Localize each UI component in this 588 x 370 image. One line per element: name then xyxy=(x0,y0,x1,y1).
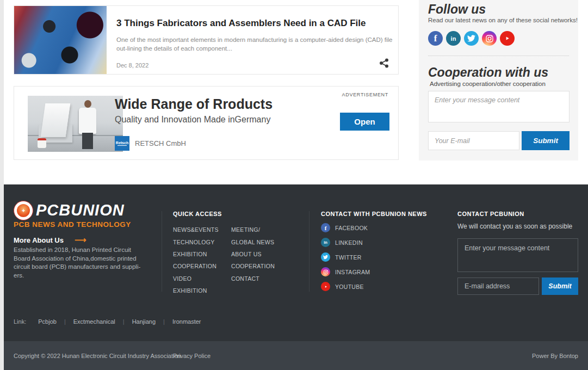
footer-link-video[interactable]: VIDEO xyxy=(173,273,219,285)
footer-twitter-link[interactable]: TWITTER xyxy=(321,250,370,264)
footer-facebook-link[interactable]: f FACEBOOK xyxy=(321,220,370,235)
links-label: Link: xyxy=(14,318,26,325)
footer-link-contact[interactable]: CONTACT xyxy=(231,273,275,285)
partner-links-row: Link: Pcbjob | Exctmechanical | Hanjiang… xyxy=(14,318,201,325)
instagram-icon[interactable] xyxy=(482,31,497,46)
follow-us-subtitle: Read our latest news on any of these soc… xyxy=(428,17,578,23)
contact-pcbunion-section: CONTACT PCBUNION We will contact you as … xyxy=(457,184,578,341)
facebook-icon[interactable]: f xyxy=(428,31,443,46)
advertisement-card: ADVERTISEMENT Wide Range of Rroducts Qua… xyxy=(14,86,399,160)
contact-message-input[interactable] xyxy=(457,238,578,272)
footer: ✦ PCBUNION PCB NEWS AND TECHNOLOGY More … xyxy=(0,184,588,341)
instagram-icon xyxy=(321,267,330,276)
contact-email-input[interactable] xyxy=(457,278,539,295)
footer-link-about-us[interactable]: ABOUT US xyxy=(231,248,275,260)
quick-access-col1: NEWS&EVENTS TECHNOLOGY EXHIBITION COOPER… xyxy=(173,224,219,297)
footer-divider-1 xyxy=(162,211,162,292)
twitter-icon xyxy=(321,252,330,262)
page: 3 Things Fabricators and Assemblers Need… xyxy=(0,0,588,370)
link-separator: | xyxy=(123,318,125,325)
footer-link-news-events[interactable]: NEWS&EVENTS xyxy=(173,224,219,236)
advertisement-label: ADVERTISEMENT xyxy=(342,92,388,97)
link-separator: | xyxy=(163,318,165,325)
article-excerpt: One of the most important elements in mo… xyxy=(116,35,394,53)
footer-instagram-link[interactable]: INSTAGRAM xyxy=(321,264,370,279)
sidebar: Follow us Read our latest news on any of… xyxy=(419,0,578,161)
privacy-police-link[interactable]: Privacy Police xyxy=(173,353,211,359)
advertiser-name: RETSCH CmbH xyxy=(135,139,186,147)
youtube-icon xyxy=(321,282,330,291)
footer-link-global-news[interactable]: GLOBAL NEWS xyxy=(231,236,275,248)
footer-linkedin-link[interactable]: in LINKEDIN xyxy=(321,235,370,250)
footer-divider-2 xyxy=(309,211,310,292)
article-card[interactable]: 3 Things Fabricators and Assemblers Need… xyxy=(14,5,399,75)
footer-link-technology[interactable]: TECHNOLOGY xyxy=(173,236,219,248)
ad-subtitle: Quality and Innovation Made inGermany xyxy=(115,115,270,125)
share-icon[interactable] xyxy=(379,58,389,69)
footer-link-meeting[interactable]: MEETING/ xyxy=(231,224,275,236)
contact-submit-button[interactable]: Submit xyxy=(542,278,578,295)
brand-name: PCBUNION xyxy=(36,201,125,219)
footer-link-exhibition-2[interactable]: EXHIBITION xyxy=(173,285,219,297)
quick-access-title: QUICK ACCESS xyxy=(173,211,222,217)
copyright-bar: Copyright © 2022 Hunan Electronic Circui… xyxy=(0,341,588,370)
link-separator: | xyxy=(64,318,66,325)
power-by-text: Power By Bontop xyxy=(532,353,578,359)
quick-access-col2: MEETING/ GLOBAL NEWS ABOUT US COOPERATIO… xyxy=(231,224,275,285)
linkedin-icon: in xyxy=(321,238,330,247)
link-ironmaster[interactable]: Ironmaster xyxy=(172,318,201,325)
article-title[interactable]: 3 Things Fabricators and Assemblers Need… xyxy=(116,18,366,29)
article-date: Dec 8, 2022 xyxy=(116,62,148,69)
arrow-right-icon: ⟶ xyxy=(75,235,86,245)
cooperation-title: Cooperation with us xyxy=(428,65,548,80)
brand-tagline: PCB NEWS AND TECHNOLOGY xyxy=(14,220,131,229)
link-exctmechanical[interactable]: Exctmechanical xyxy=(73,318,115,325)
facebook-icon: f xyxy=(321,223,330,232)
follow-us-title: Follow us xyxy=(428,2,486,17)
contact-pcbunion-title: CONTACT PCBUNION xyxy=(457,211,524,217)
ad-open-button[interactable]: Open xyxy=(340,113,389,131)
footer-link-cooperation[interactable]: COOPERATION xyxy=(173,260,219,272)
linkedin-icon[interactable]: in xyxy=(446,31,461,46)
pcbunion-logo-icon: ✦ xyxy=(14,201,33,220)
ad-title[interactable]: Wide Range of Rroducts xyxy=(115,96,273,112)
brand-description: Established in 2018, Hunan Printed Circu… xyxy=(14,246,143,280)
ad-image xyxy=(28,96,123,152)
article-thumbnail-image xyxy=(14,6,107,74)
link-pcbjob[interactable]: Pcbjob xyxy=(38,318,57,325)
advertiser-row: Retsch RETSCH CmbH xyxy=(115,136,186,151)
footer-youtube-link[interactable]: YOUTUBE xyxy=(321,279,370,294)
cooperation-subtitle: Advertising cooperation/other cooperatio… xyxy=(430,81,546,87)
youtube-icon[interactable] xyxy=(500,31,515,46)
contact-pcbunion-subtitle: We will contact you as soon as possible xyxy=(457,223,572,230)
copyright-text: Copyright © 2022 Hunan Electronic Circui… xyxy=(14,353,181,359)
cooperation-submit-button[interactable]: Submit xyxy=(522,131,570,150)
retsch-logo: Retsch xyxy=(115,136,129,151)
more-about-us-link[interactable]: More About Us ⟶ xyxy=(14,235,86,245)
twitter-icon[interactable] xyxy=(464,31,479,46)
link-hanjiang[interactable]: Hanjiang xyxy=(132,318,156,325)
page-left-edge xyxy=(0,0,4,370)
footer-link-exhibition[interactable]: EXHIBITION xyxy=(173,248,219,260)
contact-news-list: f FACEBOOK in LINKEDIN TWITTER INSTAGRAM xyxy=(321,220,370,294)
cooperation-email-input[interactable] xyxy=(428,131,519,150)
contact-news-title: CONTACT WITH PCBUNION NEWS xyxy=(321,211,427,217)
social-icons-row: f in xyxy=(428,31,515,46)
sidebar-divider xyxy=(428,55,569,56)
cooperation-message-input[interactable] xyxy=(428,91,570,122)
footer-link-cooperation-2[interactable]: COOPERATION xyxy=(231,260,275,272)
